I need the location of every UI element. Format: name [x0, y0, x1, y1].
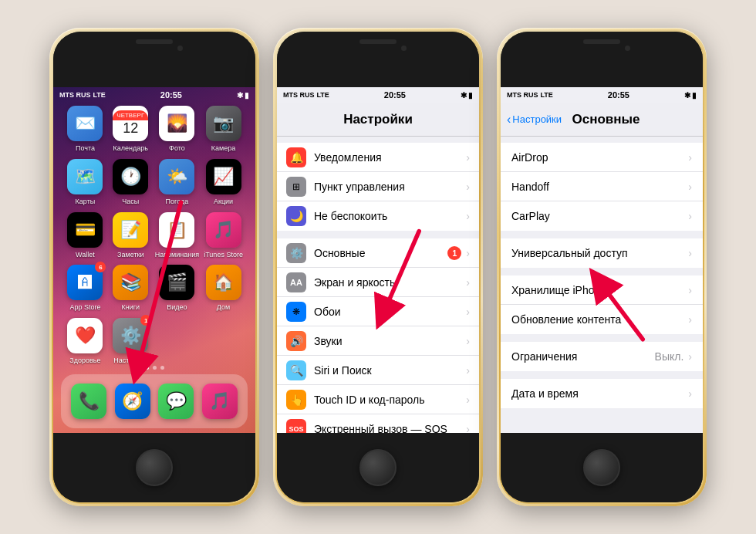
settings-row-control[interactable]: ⊞ Пункт управления › — [277, 172, 479, 201]
settings-row-sounds[interactable]: 🔊 Звуки › — [277, 326, 479, 356]
bluetooth-icon: ✱ — [237, 91, 243, 100]
settings-list: 🔔 Уведомления › ⊞ Пункт управления › 🌙 — [277, 137, 479, 433]
speaker-2 — [359, 39, 397, 44]
settings-row-general[interactable]: ⚙️ Основные 1 › — [277, 238, 479, 268]
app-photos[interactable]: 🌄 Фото — [155, 106, 199, 153]
home-button[interactable] — [136, 449, 173, 486]
basic-title: Основные — [562, 112, 650, 127]
battery-3: ▮ — [692, 91, 697, 100]
network: LTE — [93, 91, 106, 99]
carrier: MTS RUS — [59, 91, 91, 99]
basic-screen: MTS RUS LTE 20:55 ✱ ▮ ‹ Настройки — [501, 87, 703, 433]
basic-section-4: Ограничения Выкл. › — [501, 342, 703, 371]
notif-icon: 🔔 — [286, 147, 306, 167]
settings-row-dnd[interactable]: 🌙 Не беспокоить › — [277, 201, 479, 231]
settings-row-notifications[interactable]: 🔔 Уведомления › — [277, 143, 479, 172]
sounds-icon: 🔊 — [286, 331, 306, 351]
speaker-3 — [583, 39, 620, 44]
basic-row-storage[interactable]: Хранилище iPhone › — [501, 275, 703, 305]
bt-3: ✱ — [684, 91, 690, 100]
status-bar-2: MTS RUS LTE 20:55 ✱ ▮ — [277, 87, 479, 103]
display-icon: AA — [286, 272, 306, 292]
settings-row-sos[interactable]: SOS Экстренный вызов — SOS › — [277, 414, 479, 433]
touchid-icon: 👆 — [286, 390, 306, 410]
network-3: LTE — [541, 91, 553, 99]
settings-title: Настройки — [343, 112, 413, 127]
camera — [177, 46, 183, 51]
settings-row-touchid[interactable]: 👆 Touch ID и код-пароль › — [277, 385, 479, 414]
app-mail[interactable]: ✉️ Почта — [64, 106, 106, 153]
network-2: LTE — [317, 91, 329, 99]
basic-section-3: Хранилище iPhone › Обновление контента › — [501, 275, 703, 334]
home-button-2[interactable] — [359, 449, 397, 486]
basic-row-handoff[interactable]: Handoff › — [501, 172, 703, 201]
control-icon: ⊞ — [286, 177, 306, 197]
home-screen: MTS RUS LTE 20:55 ✱ ▮ — [53, 87, 255, 433]
basic-row-carplay[interactable]: CarPlay › — [501, 201, 703, 231]
camera-3 — [625, 46, 630, 51]
basic-list: AirDrop › Handoff › CarPlay › — [501, 137, 703, 433]
siri-icon: 🔍 — [286, 360, 306, 380]
time: 20:55 — [160, 90, 182, 100]
settings-screen: MTS RUS LTE 20:55 ✱ ▮ Настройки — [277, 87, 479, 433]
app-wallet[interactable]: 💳 Wallet — [64, 212, 106, 259]
app-stocks[interactable]: 📈 Акции — [202, 159, 245, 206]
settings-nav: Настройки — [277, 103, 479, 137]
app-health[interactable]: ❤️ Здоровье — [64, 318, 106, 365]
app-camera[interactable]: 📷 Камера — [202, 106, 245, 153]
app-itunes[interactable]: 🎵 iTunes Store — [202, 212, 245, 259]
dock-phone[interactable]: 📞 — [71, 384, 106, 419]
basic-nav: ‹ Настройки Основные — [501, 103, 703, 137]
carrier-3: MTS RUS — [507, 91, 538, 99]
app-clock[interactable]: 🕐 Часы — [110, 159, 152, 206]
basic-row-universal[interactable]: Универсальный доступ › — [501, 238, 703, 268]
dock: 📞 🧭 💬 🎵 — [61, 374, 248, 428]
dock-messages[interactable]: 💬 — [158, 384, 194, 419]
basic-section-5: Дата и время › — [501, 379, 703, 408]
dnd-icon: 🌙 — [286, 206, 306, 226]
general-badge: 1 — [447, 246, 461, 260]
basic-row-airdrop[interactable]: AirDrop › — [501, 143, 703, 172]
basic-row-restrictions[interactable]: Ограничения Выкл. › — [501, 342, 703, 371]
back-button[interactable]: ‹ Настройки — [507, 113, 562, 127]
settings-row-wallpaper[interactable]: ❋ Обои › — [277, 297, 479, 326]
dock-safari[interactable]: 🧭 — [115, 384, 150, 419]
phone-3: MTS RUS LTE 20:55 ✱ ▮ ‹ Настройки — [497, 28, 707, 506]
camera-2 — [401, 46, 407, 51]
status-bar: MTS RUS LTE 20:55 ✱ ▮ — [53, 87, 255, 103]
time-2: 20:55 — [384, 90, 406, 100]
app-books[interactable]: 📚 Книги — [110, 265, 152, 312]
app-notes[interactable]: 📝 Заметки — [110, 212, 152, 259]
settings-section-1: 🔔 Уведомления › ⊞ Пункт управления › 🌙 — [277, 143, 479, 231]
app-reminders[interactable]: 📋 Напоминания — [155, 212, 199, 259]
sos-icon: SOS — [286, 419, 306, 433]
basic-section-1: AirDrop › Handoff › CarPlay › — [501, 143, 703, 231]
back-chevron: ‹ — [507, 113, 511, 127]
battery-icon: ▮ — [245, 91, 249, 100]
settings-row-display[interactable]: AA Экран и яркость › — [277, 268, 479, 297]
time-3: 20:55 — [608, 90, 629, 100]
app-home[interactable]: 🏠 Дом — [202, 265, 245, 312]
app-videos[interactable]: 🎬 Видео — [155, 265, 199, 312]
speaker — [136, 39, 173, 44]
app-appstore[interactable]: 🅰 6 App Store — [64, 265, 106, 312]
basic-section-2: Универсальный доступ › — [501, 238, 703, 268]
app-weather[interactable]: 🌤️ Погода — [155, 159, 199, 206]
dock-music[interactable]: 🎵 — [202, 384, 238, 419]
settings-row-siri[interactable]: 🔍 Siri и Поиск › — [277, 356, 479, 385]
status-bar-3: MTS RUS LTE 20:55 ✱ ▮ — [501, 87, 703, 103]
page-dots — [53, 366, 255, 370]
app-maps[interactable]: 🗺️ Карты — [64, 159, 106, 206]
app-settings[interactable]: ⚙️ 1 Настройки — [110, 318, 152, 365]
basic-row-background[interactable]: Обновление контента › — [501, 305, 703, 334]
wallpaper-icon: ❋ — [286, 302, 306, 322]
carrier-2: MTS RUS — [283, 91, 315, 99]
phone-2: MTS RUS LTE 20:55 ✱ ▮ Настройки — [273, 28, 483, 506]
basic-row-datetime[interactable]: Дата и время › — [501, 379, 703, 408]
app-calendar[interactable]: ЧЕТВЕРГ 12 Календарь — [110, 106, 152, 153]
home-button-3[interactable] — [583, 449, 620, 486]
phone-1: MTS RUS LTE 20:55 ✱ ▮ — [49, 28, 259, 506]
back-label: Настройки — [512, 113, 562, 125]
battery-2: ▮ — [468, 91, 473, 100]
settings-section-2: ⚙️ Основные 1 › AA Экран и яркость › — [277, 238, 479, 433]
